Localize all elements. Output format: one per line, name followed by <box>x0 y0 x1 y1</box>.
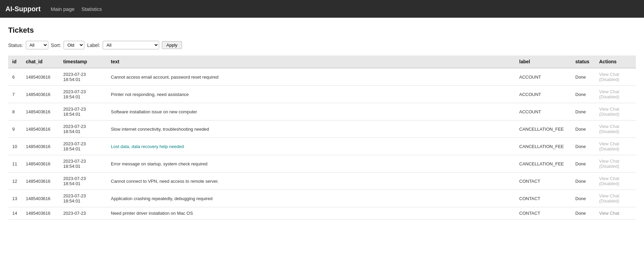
table-header-row: id chat_id timestamp text label status A… <box>8 55 636 68</box>
cell-actions: View Chat(Disabled) <box>595 173 636 190</box>
cell-timestamp: 2023-07-23 18:54:01 <box>59 138 107 155</box>
view-chat-link[interactable]: View Chat(Disabled) <box>599 72 619 82</box>
status-filter-select[interactable]: AllOpenDone <box>26 41 48 49</box>
table-row: 1014854036162023-07-23 18:54:01Lost data… <box>8 138 636 155</box>
cell-timestamp: 2023-07-23 18:54:01 <box>59 68 107 86</box>
view-chat-link[interactable]: View Chat(Disabled) <box>599 176 619 186</box>
cell-actions: View Chat(Disabled) <box>595 120 636 138</box>
cell-id: 10 <box>8 138 22 155</box>
view-chat-link[interactable]: View Chat(Disabled) <box>599 141 619 151</box>
sort-filter-label: Sort: <box>51 43 61 48</box>
col-header-actions: Actions <box>595 55 636 68</box>
cell-chat-id: 1485403616 <box>22 155 59 173</box>
cell-label: ACCOUNT <box>515 86 571 103</box>
label-filter-label: Label: <box>87 43 100 48</box>
cell-label: CANCELLATION_FEE <box>515 138 571 155</box>
cell-actions: View Chat(Disabled) <box>595 190 636 207</box>
col-header-chatid: chat_id <box>22 55 59 68</box>
cell-chat-id: 1485403616 <box>22 138 59 155</box>
cell-chat-id: 1485403616 <box>22 207 59 220</box>
cell-text: Slow internet connectivity, troubleshoot… <box>107 120 515 138</box>
cell-text: Lost data, data recovery help needed <box>107 138 515 155</box>
sort-filter-select[interactable]: OldNew <box>64 41 84 49</box>
cell-status: Done <box>571 138 595 155</box>
view-chat-link[interactable]: View Chat(Disabled) <box>599 107 619 117</box>
cell-timestamp: 2023-07-23 <box>59 207 107 220</box>
cell-actions: View Chat(Disabled) <box>595 138 636 155</box>
view-chat-link[interactable]: View Chat(Disabled) <box>599 193 619 204</box>
cell-label: CONTACT <box>515 173 571 190</box>
nav-main-page[interactable]: Main page <box>51 6 74 12</box>
cell-chat-id: 1485403616 <box>22 190 59 207</box>
cell-chat-id: 1485403616 <box>22 103 59 120</box>
col-header-text: text <box>107 55 515 68</box>
cell-text: Cannot access email account, password re… <box>107 68 515 86</box>
cell-timestamp: 2023-07-23 18:54:01 <box>59 86 107 103</box>
view-chat-link[interactable]: View Chat <box>599 211 619 216</box>
col-header-timestamp: timestamp <box>59 55 107 68</box>
col-header-id: id <box>8 55 22 68</box>
cell-text: Printer not responding, need assistance <box>107 86 515 103</box>
cell-label: CANCELLATION_FEE <box>515 155 571 173</box>
cell-status: Done <box>571 155 595 173</box>
view-chat-link[interactable]: View Chat(Disabled) <box>599 159 619 169</box>
cell-label: ACCOUNT <box>515 68 571 86</box>
filters-bar: Status: AllOpenDone Sort: OldNew Label: … <box>8 41 636 49</box>
table-row: 614854036162023-07-23 18:54:01Cannot acc… <box>8 68 636 86</box>
cell-status: Done <box>571 103 595 120</box>
navbar: AI-Support Main page Statistics <box>0 0 644 18</box>
cell-actions: View Chat(Disabled) <box>595 86 636 103</box>
cell-id: 8 <box>8 103 22 120</box>
app-brand: AI-Support <box>5 5 40 13</box>
main-content: Tickets Status: AllOpenDone Sort: OldNew… <box>0 18 644 276</box>
cell-actions: View Chat(Disabled) <box>595 103 636 120</box>
cell-id: 13 <box>8 190 22 207</box>
col-header-status: status <box>571 55 595 68</box>
cell-actions: View Chat <box>595 207 636 220</box>
table-row: 914854036162023-07-23 18:54:01Slow inter… <box>8 120 636 138</box>
cell-id: 9 <box>8 120 22 138</box>
label-filter-select[interactable]: AllACCOUNTCANCELLATION_FEECONTACT <box>103 41 159 49</box>
view-chat-link[interactable]: View Chat(Disabled) <box>599 124 619 134</box>
cell-text: Cannot connect to VPN, need access to re… <box>107 173 515 190</box>
cell-label: CONTACT <box>515 207 571 220</box>
cell-id: 11 <box>8 155 22 173</box>
cell-status: Done <box>571 68 595 86</box>
nav-statistics[interactable]: Statistics <box>81 6 102 12</box>
table-row: 814854036162023-07-23 18:54:01Software i… <box>8 103 636 120</box>
page-title: Tickets <box>8 26 636 35</box>
cell-id: 12 <box>8 173 22 190</box>
cell-timestamp: 2023-07-23 18:54:01 <box>59 173 107 190</box>
cell-status: Done <box>571 207 595 220</box>
cell-timestamp: 2023-07-23 18:54:01 <box>59 103 107 120</box>
cell-chat-id: 1485403616 <box>22 173 59 190</box>
table-row: 1414854036162023-07-23Need printer drive… <box>8 207 636 220</box>
cell-timestamp: 2023-07-23 18:54:01 <box>59 155 107 173</box>
cell-label: CONTACT <box>515 190 571 207</box>
cell-id: 14 <box>8 207 22 220</box>
cell-chat-id: 1485403616 <box>22 120 59 138</box>
cell-text: Software installation issue on new compu… <box>107 103 515 120</box>
cell-text: Need printer driver installation on Mac … <box>107 207 515 220</box>
cell-chat-id: 1485403616 <box>22 68 59 86</box>
cell-chat-id: 1485403616 <box>22 86 59 103</box>
tickets-table: id chat_id timestamp text label status A… <box>8 55 636 220</box>
status-filter-label: Status: <box>8 43 23 48</box>
view-chat-link[interactable]: View Chat(Disabled) <box>599 89 619 99</box>
cell-text: Application crashing repeatedly, debuggi… <box>107 190 515 207</box>
table-row: 1314854036162023-07-23 18:54:01Applicati… <box>8 190 636 207</box>
cell-label: ACCOUNT <box>515 103 571 120</box>
col-header-label: label <box>515 55 571 68</box>
table-row: 1214854036162023-07-23 18:54:01Cannot co… <box>8 173 636 190</box>
cell-status: Done <box>571 173 595 190</box>
cell-actions: View Chat(Disabled) <box>595 68 636 86</box>
table-row: 714854036162023-07-23 18:54:01Printer no… <box>8 86 636 103</box>
table-row: 1114854036162023-07-23 18:54:01Error mes… <box>8 155 636 173</box>
apply-button[interactable]: Apply <box>162 41 182 49</box>
cell-status: Done <box>571 86 595 103</box>
cell-actions: View Chat(Disabled) <box>595 155 636 173</box>
cell-timestamp: 2023-07-23 18:54:01 <box>59 190 107 207</box>
cell-text: Error message on startup, system check r… <box>107 155 515 173</box>
cell-id: 7 <box>8 86 22 103</box>
cell-status: Done <box>571 120 595 138</box>
